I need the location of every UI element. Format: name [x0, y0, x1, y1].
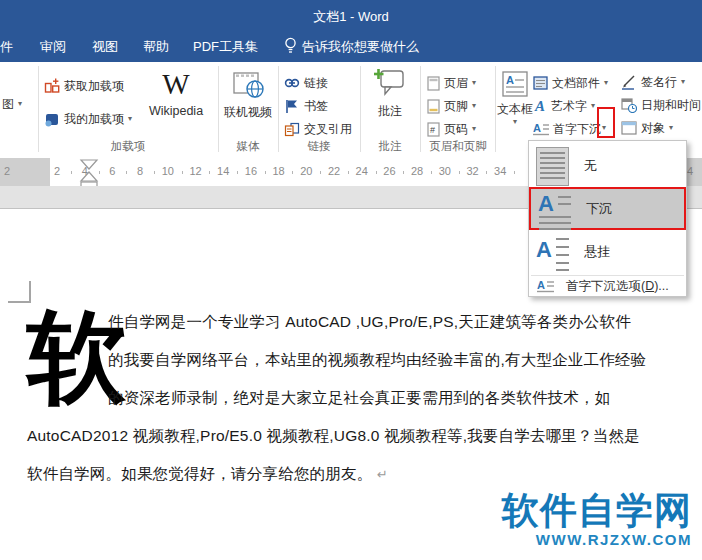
- dropcap-options-label: 首字下沉选项(D)...: [566, 278, 669, 295]
- signature-pen-icon: [621, 74, 637, 90]
- link-icon: [284, 76, 300, 90]
- header-icon: [427, 76, 440, 91]
- group-label-addins: 加载项: [93, 139, 163, 154]
- ruler-minor-tick: [403, 171, 404, 174]
- screenshot-button-partial[interactable]: 图▾: [2, 95, 22, 113]
- my-addins-button[interactable]: 我的加载项▾: [44, 110, 132, 128]
- svg-text:A: A: [506, 74, 514, 86]
- link-button[interactable]: 链接: [284, 74, 328, 92]
- document-text-line[interactable]: 的我要自学网络平台，本站里的视频教程均由经验丰富的,有大型企业工作经验: [108, 350, 646, 371]
- menu-item-none-label: 无: [584, 157, 597, 175]
- object-label: 对象: [641, 120, 665, 137]
- ruler-tick: 32: [466, 165, 478, 177]
- chevron-down-icon: ▾: [669, 124, 673, 132]
- wikipedia-label: Wikipedia: [149, 104, 203, 118]
- ruler-tick: 18: [272, 165, 284, 177]
- chevron-down-icon: ▾: [513, 118, 517, 126]
- chevron-down-icon: ▾: [18, 100, 22, 108]
- menu-item-dropped[interactable]: A 下沉: [529, 187, 686, 230]
- text-box-button[interactable]: A 文本框 ▾: [494, 70, 536, 126]
- document-text-line[interactable]: AutoCAD2012 视频教程,Pro/E5.0 视频教程,UG8.0 视频教…: [27, 426, 640, 447]
- title-bar: 文档1 - Word: [0, 0, 702, 30]
- chevron-down-icon: ▾: [604, 79, 608, 87]
- document-text-line[interactable]: 软件自学网。如果您觉得好，请分享给您的朋友。 ↵: [27, 464, 388, 485]
- online-video-button[interactable]: 联机视频: [222, 70, 274, 121]
- drop-cap-arrow[interactable]: ▾: [602, 124, 606, 132]
- menu-item-none[interactable]: 无: [529, 145, 686, 187]
- bookmark-button[interactable]: 书签: [284, 97, 328, 115]
- tab-review[interactable]: 审阅: [40, 38, 66, 56]
- ruler-tick: 34: [494, 165, 506, 177]
- menu-item-in-margin[interactable]: A 悬挂: [529, 232, 686, 272]
- ruler-tick: 2: [54, 165, 60, 177]
- footer-button[interactable]: 页脚▾: [427, 97, 476, 115]
- ruler-minor-tick: [209, 171, 210, 174]
- paragraph-mark: ↵: [377, 467, 388, 482]
- menu-item-dropcap-options[interactable]: A 首字下沉选项(D)...: [529, 277, 686, 296]
- comment-icon: [374, 68, 406, 98]
- document-text-line[interactable]: 件自学网是一个专业学习 AutoCAD ,UG,Pro/E,PS,天正建筑等各类…: [108, 312, 631, 333]
- tab-mail-partial[interactable]: 件: [0, 38, 13, 56]
- ruler-minor-tick: [182, 171, 183, 174]
- drop-cap-button[interactable]: A 首字下沉: [533, 120, 601, 138]
- ruler-minor-tick: [486, 171, 487, 174]
- chevron-down-icon: ▾: [472, 102, 476, 110]
- get-addins-label: 获取加载项: [64, 78, 124, 95]
- drop-cap-icon: A: [533, 122, 549, 137]
- ruler-tick: 12: [189, 165, 201, 177]
- ruler-tick: 6: [109, 165, 115, 177]
- group-label-comments: 批注: [366, 139, 414, 154]
- ruler-tick: 20: [300, 165, 312, 177]
- document-text-line[interactable]: 的资深老师录制，绝对是大家立足社会真正要需用到的各类软件技术，如: [108, 388, 610, 409]
- object-button[interactable]: 对象▾: [621, 119, 673, 137]
- tab-view[interactable]: 视图: [92, 38, 118, 56]
- quick-parts-button[interactable]: 文档部件▾: [533, 74, 608, 92]
- tell-me-box[interactable]: 告诉我你想要做什么: [302, 38, 419, 56]
- ruler-tick: 26: [383, 165, 395, 177]
- site-watermark: 软件自学网 WWW.RJZXW.COM: [430, 492, 692, 547]
- ruler-minor-tick: [348, 171, 349, 174]
- svg-text:A: A: [537, 279, 545, 291]
- quick-parts-icon: [533, 76, 548, 90]
- group-label-header-footer: 页眉和页脚: [420, 139, 496, 154]
- ruler-tick: 16: [245, 165, 257, 177]
- dropcap-none-icon: [536, 147, 569, 186]
- get-addins-button[interactable]: 获取加载项: [44, 77, 124, 95]
- header-label: 页眉: [444, 75, 468, 92]
- cross-reference-button[interactable]: 交叉引用: [284, 120, 352, 138]
- page-number-button[interactable]: # 页码▾: [427, 120, 476, 138]
- word-art-button[interactable]: A 艺术字▾: [533, 97, 595, 115]
- ruler-minor-tick: [431, 171, 432, 174]
- text-box-label: 文本框: [497, 101, 533, 118]
- wikipedia-button[interactable]: W Wikipedia: [145, 68, 207, 118]
- word-window: 文档1 - Word 件 审阅 视图 帮助 PDF工具集 告诉我你想要做什么 图…: [0, 0, 702, 560]
- window-title: 文档1 - Word: [0, 8, 702, 26]
- drop-cap-label: 首字下沉: [553, 121, 601, 138]
- signature-line-button[interactable]: 签名行▾: [621, 73, 685, 91]
- menu-separator: [531, 275, 684, 276]
- date-time-button[interactable]: 日期和时间: [621, 96, 701, 114]
- header-button[interactable]: 页眉▾: [427, 74, 476, 92]
- margin-crop-mark: [29, 281, 31, 303]
- svg-text:A: A: [536, 237, 552, 262]
- highlight-box-dropcap-arrow: [597, 107, 615, 138]
- ruler-minor-tick: [376, 171, 377, 174]
- chevron-down-icon: ▾: [472, 125, 476, 133]
- comment-button[interactable]: 批注: [366, 68, 414, 120]
- group-separator: [360, 66, 361, 152]
- tab-pdf-tools[interactable]: PDF工具集: [193, 38, 258, 56]
- svg-text:A: A: [538, 192, 554, 216]
- chevron-down-icon: ▾: [128, 115, 132, 123]
- ruler-tick: 10: [162, 165, 174, 177]
- chevron-down-icon: ▾: [472, 79, 476, 87]
- online-video-icon: [231, 70, 265, 100]
- svg-text:#: #: [430, 125, 435, 135]
- ruler-minor-tick: [71, 171, 72, 174]
- signature-line-label: 签名行: [641, 74, 677, 91]
- chevron-down-icon: ▾: [591, 102, 595, 110]
- tab-help[interactable]: 帮助: [143, 38, 169, 56]
- dropcap-in-margin-icon: A: [536, 233, 571, 271]
- my-addins-icon: [44, 111, 60, 127]
- object-icon: [621, 121, 637, 135]
- my-addins-label: 我的加载项: [64, 111, 124, 128]
